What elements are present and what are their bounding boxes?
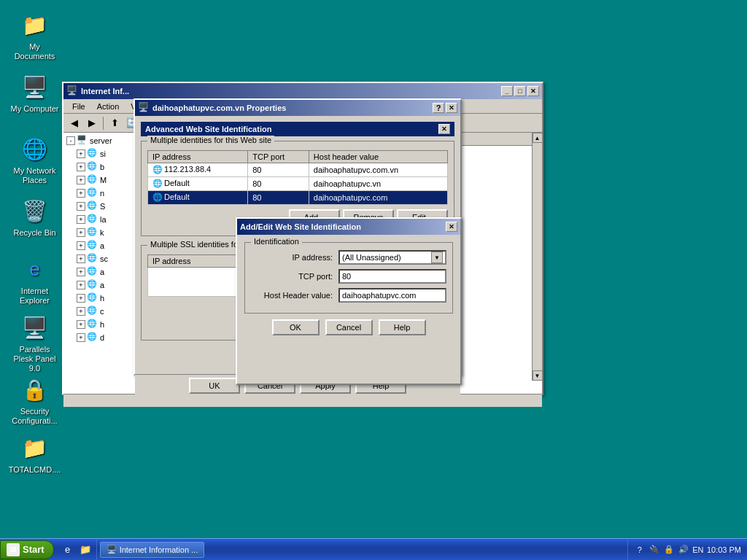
tree-label-s: S xyxy=(100,202,105,211)
ie-label: Internet Explorer xyxy=(10,287,59,306)
host-header-input[interactable] xyxy=(338,288,446,303)
tree-expand-s[interactable]: + xyxy=(77,202,85,211)
tree-expand-h[interactable]: + xyxy=(77,294,85,303)
identities-table: IP address TCP port Host header value 🌐1… xyxy=(147,150,448,205)
tree-label-m: M xyxy=(100,176,107,184)
tray-network-icon[interactable]: 🔌 xyxy=(649,544,660,556)
tree-expand-a1[interactable]: + xyxy=(77,241,85,250)
iis-menu-file[interactable]: File xyxy=(66,101,91,112)
scrollbar-up-btn[interactable]: ▲ xyxy=(533,133,543,143)
iis-scrollbar[interactable]: ▲ ▼ xyxy=(532,133,542,381)
my-documents-icon: 📁 xyxy=(20,10,50,39)
iis-minimize-btn[interactable]: _ xyxy=(501,86,513,96)
advanced-dialog-close-btn[interactable]: ✕ xyxy=(446,103,457,113)
desktop-icon-my-network[interactable]: 🌐 My Network Places xyxy=(7,131,62,188)
iis-title-icon: 🖥️ xyxy=(66,85,78,97)
advanced-dialog-titlebar[interactable]: 🖥️ daihoaphatupvc.com.vn Properties ? ✕ xyxy=(135,100,460,116)
ql-ie-btn[interactable]: e xyxy=(60,542,76,558)
desktop-icon-parallels[interactable]: 🖥️ Parallels Plesk Panel 9.0 xyxy=(7,310,62,377)
tcp-port-input[interactable] xyxy=(338,269,446,284)
table-row-selected[interactable]: 🌐Default 80 daihoaphatupvc.com xyxy=(148,191,448,205)
add-edit-cancel-btn[interactable]: Cancel xyxy=(325,319,373,335)
desktop-icon-totalcmd[interactable]: 📁 TOTALCMD.... xyxy=(7,430,62,478)
add-edit-ok-btn[interactable]: OK xyxy=(272,319,320,335)
add-edit-titlebar[interactable]: Add/Edit Web Site Identification ✕ xyxy=(237,219,460,235)
iis-titlebar[interactable]: 🖥️ Internet Inf... _ □ ✕ xyxy=(63,83,542,99)
tree-expand-c[interactable]: + xyxy=(77,307,85,316)
tree-expand-h2[interactable]: + xyxy=(77,320,85,329)
tray-help-icon[interactable]: ? xyxy=(634,544,646,556)
add-edit-buttons: OK Cancel Help xyxy=(244,319,453,335)
advanced-dialog-help-btn[interactable]: ? xyxy=(433,103,444,113)
iis-menu-action[interactable]: Action xyxy=(91,101,125,112)
toolbar-back-btn[interactable]: ◀ xyxy=(66,115,82,131)
ip-address-select[interactable]: (All Unassigned) ▼ xyxy=(338,250,446,265)
advanced-inner-close-btn[interactable]: ✕ xyxy=(438,124,450,134)
tree-expand-root[interactable]: - xyxy=(66,136,75,145)
tree-expand-a3[interactable]: + xyxy=(77,281,85,289)
tree-label-d: d xyxy=(100,333,104,342)
desktop-icon-ie[interactable]: e Internet Explorer xyxy=(7,252,62,308)
globe-icon-3: 🌐 xyxy=(152,192,163,203)
toolbar-forward-btn[interactable]: ▶ xyxy=(84,115,100,131)
tree-expand-sc[interactable]: + xyxy=(77,254,85,263)
tree-expand-a2[interactable]: + xyxy=(77,268,85,276)
desktop-icon-recycle-bin[interactable]: 🗑️ Recycle Bin xyxy=(7,193,62,241)
desktop-icon-my-documents[interactable]: 📁 My Documents xyxy=(7,7,62,64)
taskbar-iis-btn[interactable]: 🖥️ Internet Information ... xyxy=(100,542,205,558)
row2-host: daihoaphatupvc.vn xyxy=(309,177,447,191)
toolbar-sep-1 xyxy=(103,117,104,130)
col-tcp: TCP port xyxy=(248,151,309,163)
ip-select-arrow[interactable]: ▼ xyxy=(431,252,443,263)
add-edit-close-btn[interactable]: ✕ xyxy=(446,222,457,232)
security-icon: 🔒 xyxy=(20,375,50,404)
toolbar-up-btn[interactable]: ⬆ xyxy=(107,115,123,131)
tree-icon-a1: 🌐 xyxy=(87,240,98,252)
add-edit-help-btn[interactable]: Help xyxy=(379,319,426,335)
tray-lang-icon: EN xyxy=(692,544,704,556)
start-label: Start xyxy=(23,544,44,555)
props-uk-btn[interactable]: UK xyxy=(189,378,240,394)
row1-port: 80 xyxy=(248,163,309,177)
iis-maximize-btn[interactable]: □ xyxy=(514,86,526,96)
row3-port: 80 xyxy=(248,191,309,205)
ip-field-row: IP address: (All Unassigned) ▼ xyxy=(251,250,446,265)
row3-host: daihoaphatupvc.com xyxy=(309,191,447,205)
row2-port: 80 xyxy=(248,177,309,191)
tree-expand-d[interactable]: + xyxy=(77,333,85,342)
ql-folder-btn[interactable]: 📁 xyxy=(77,542,93,558)
tree-icon-h: 🌐 xyxy=(87,292,98,304)
start-button[interactable]: ⊞ Start xyxy=(0,540,54,559)
tree-label-la: la xyxy=(100,215,107,224)
tree-label-sc: sc xyxy=(100,254,108,263)
tray-security-icon[interactable]: 🔒 xyxy=(663,544,675,556)
tree-icon-a2: 🌐 xyxy=(87,266,98,278)
col-ip: IP address xyxy=(148,151,248,163)
desktop-icon-security[interactable]: 🔒 Security Configurati... xyxy=(7,372,62,429)
tree-expand-n[interactable]: + xyxy=(77,189,85,198)
tree-expand-b[interactable]: + xyxy=(77,163,85,171)
tree-expand-la[interactable]: + xyxy=(77,215,85,224)
tree-expand-si[interactable]: + xyxy=(77,149,85,158)
tree-label-a1: a xyxy=(100,241,104,250)
taskbar-apps: 🖥️ Internet Information ... xyxy=(100,542,627,558)
desktop-icon-my-computer[interactable]: 🖥️ My Computer xyxy=(7,69,62,117)
parallels-icon: 🖥️ xyxy=(20,313,50,342)
start-icon: ⊞ xyxy=(7,543,20,556)
tree-label-si: si xyxy=(100,149,106,158)
scrollbar-down-btn[interactable]: ▼ xyxy=(533,370,543,381)
col-host: Host header value xyxy=(309,151,447,163)
tree-icon-b: 🌐 xyxy=(87,161,98,173)
my-network-icon: 🌐 xyxy=(20,134,50,163)
iis-titlebar-buttons: _ □ ✕ xyxy=(501,86,539,96)
host-header-label: Host Header value: xyxy=(251,291,338,300)
table-row[interactable]: 🌐112.213.88.4 80 daihoaphatupvc.com.vn xyxy=(148,163,448,177)
ssl-identities-title: Multiple SSL identities for xyxy=(147,240,244,249)
table-row[interactable]: 🌐Default 80 daihoaphatupvc.vn xyxy=(148,177,448,191)
tree-expand-k[interactable]: + xyxy=(77,228,85,237)
iis-close-btn[interactable]: ✕ xyxy=(527,86,539,96)
tree-expand-m[interactable]: + xyxy=(77,176,85,184)
taskbar-tray: ? 🔌 🔒 🔊 EN 10:03 PM xyxy=(627,539,747,560)
tray-volume-icon[interactable]: 🔊 xyxy=(678,544,689,556)
tree-label-a2: a xyxy=(100,268,104,276)
